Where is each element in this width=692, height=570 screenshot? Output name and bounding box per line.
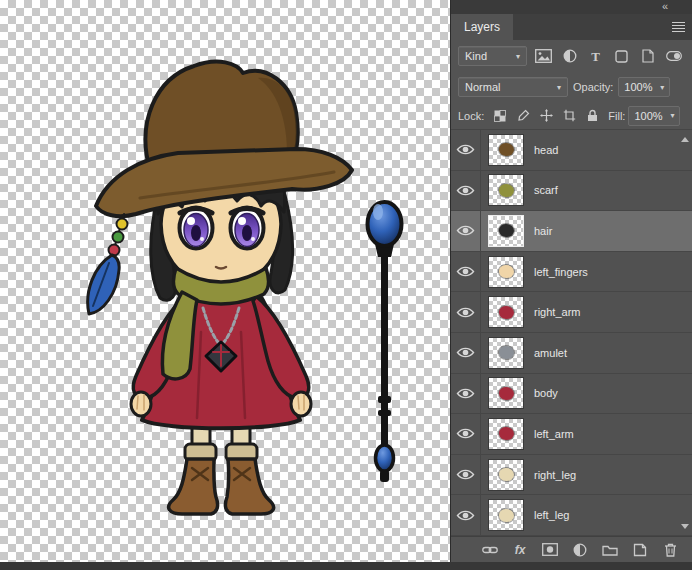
layer-thumbnail-art <box>499 427 514 440</box>
layer-visibility-toggle[interactable] <box>451 252 481 292</box>
layer-visibility-toggle[interactable] <box>451 495 481 535</box>
layer-thumbnail[interactable] <box>488 418 524 450</box>
type-layer-filter-icon[interactable]: T <box>584 46 607 66</box>
layer-visibility-toggle[interactable] <box>451 130 481 170</box>
layer-row-head[interactable]: head <box>451 130 692 171</box>
layer-name: amulet <box>534 347 567 359</box>
layer-thumbnail-art <box>499 184 514 197</box>
kind-filter-dropdown[interactable]: Kind ▾ <box>458 46 527 66</box>
layer-name: left_leg <box>534 509 569 521</box>
layer-row-body[interactable]: amulet <box>481 333 692 373</box>
layer-thumbnail-art <box>499 143 514 156</box>
layer-row-right_arm[interactable]: right_arm <box>451 292 692 333</box>
layer-row-hair[interactable]: hair <box>451 211 692 252</box>
eye-icon <box>456 184 475 197</box>
new-layer-icon[interactable] <box>631 542 649 558</box>
chevron-down-icon: ▾ <box>516 52 520 61</box>
layer-thumbnail[interactable] <box>488 337 524 369</box>
layer-visibility-toggle[interactable] <box>451 455 481 495</box>
layer-visibility-toggle[interactable] <box>451 333 481 373</box>
lock-transparency-icon[interactable] <box>491 107 509 125</box>
layer-thumbnail[interactable] <box>488 377 524 409</box>
eye-icon <box>456 224 475 237</box>
status-bar <box>0 562 692 570</box>
layer-row-scarf[interactable]: scarf <box>451 171 692 212</box>
new-adjustment-layer-icon[interactable] <box>571 542 589 558</box>
layers-list[interactable]: head scarf hair left_fi <box>451 130 692 536</box>
link-layers-icon[interactable] <box>481 542 499 558</box>
smart-object-filter-icon[interactable] <box>636 46 659 66</box>
collapse-panels-icon[interactable]: « <box>662 0 668 13</box>
opacity-value: 100% <box>624 81 652 93</box>
lock-position-icon[interactable] <box>537 107 555 125</box>
lock-all-icon[interactable] <box>583 107 601 125</box>
layer-style-fx-icon[interactable]: fx <box>511 542 529 558</box>
layer-row-left_arm[interactable]: left_arm <box>451 414 692 455</box>
eye-icon <box>456 346 475 359</box>
tab-layers[interactable]: Layers <box>451 14 513 40</box>
layer-filtering-toggle-icon[interactable] <box>662 46 685 66</box>
fill-value: 100% <box>634 110 662 122</box>
layer-row-body[interactable]: right_leg <box>481 455 692 495</box>
layer-thumbnail-art <box>499 224 514 237</box>
blend-mode-dropdown[interactable]: Normal ▾ <box>458 77 568 97</box>
layer-row-body[interactable]: left_leg <box>481 495 692 535</box>
layer-row-body[interactable]: hair <box>481 211 692 251</box>
layer-row-right_leg[interactable]: right_leg <box>451 455 692 496</box>
layer-thumbnail[interactable] <box>488 296 524 328</box>
photoshop-window: « Layers Kind ▾ T <box>0 0 692 570</box>
layers-scrollbar[interactable] <box>680 132 691 534</box>
layer-row-body[interactable]: left_fingers <box>481 252 692 292</box>
layer-thumbnail[interactable] <box>488 459 524 491</box>
panel-topbar: « <box>451 0 692 14</box>
layer-thumbnail-art <box>499 509 514 522</box>
layer-row-body[interactable]: right_arm <box>481 292 692 332</box>
layers-panel-footer: fx <box>451 536 692 562</box>
layer-row-body[interactable]: left_arm <box>481 414 692 454</box>
opacity-field[interactable]: 100% ▾ <box>618 77 670 97</box>
add-layer-mask-icon[interactable] <box>541 542 559 558</box>
layer-row-body[interactable]: body <box>451 374 692 415</box>
fill-field[interactable]: 100% ▾ <box>628 106 680 126</box>
layer-thumbnail[interactable] <box>488 215 524 247</box>
layer-thumbnail[interactable] <box>488 134 524 166</box>
layer-thumbnail[interactable] <box>488 174 524 206</box>
fx-label: fx <box>515 542 526 558</box>
eye-icon <box>456 306 475 319</box>
layer-name: hair <box>534 225 552 237</box>
layer-row-left_fingers[interactable]: left_fingers <box>451 252 692 293</box>
new-group-folder-icon[interactable] <box>601 542 619 558</box>
layer-visibility-toggle[interactable] <box>451 292 481 332</box>
layer-visibility-toggle[interactable] <box>451 374 481 414</box>
layer-visibility-toggle[interactable] <box>451 171 481 211</box>
layer-thumbnail-art <box>499 468 514 481</box>
adjustment-layer-filter-icon[interactable] <box>558 46 581 66</box>
layer-thumbnail[interactable] <box>488 256 524 288</box>
eye-icon <box>456 143 475 156</box>
shape-layer-filter-icon[interactable] <box>610 46 633 66</box>
layer-row-body[interactable]: scarf <box>481 171 692 211</box>
canvas-artwork <box>0 0 450 562</box>
layer-row-body[interactable]: head <box>481 130 692 170</box>
layer-thumbnail[interactable] <box>488 499 524 531</box>
eye-icon <box>456 468 475 481</box>
layer-row-body[interactable]: body <box>481 374 692 414</box>
scroll-up-icon[interactable] <box>681 137 689 142</box>
panel-menu-icon[interactable] <box>672 22 685 32</box>
layer-name: head <box>534 144 558 156</box>
layer-row-left_leg[interactable]: left_leg <box>451 495 692 536</box>
eye-icon <box>456 387 475 400</box>
layer-visibility-toggle[interactable] <box>451 211 481 251</box>
delete-layer-trash-icon[interactable] <box>661 542 679 558</box>
pixel-layer-filter-icon[interactable] <box>532 46 555 66</box>
scroll-down-icon[interactable] <box>681 524 689 529</box>
lock-artboard-nesting-icon[interactable] <box>560 107 578 125</box>
layer-thumbnail-art <box>499 387 514 400</box>
blend-options-bar: Normal ▾ Opacity: 100% ▾ <box>451 72 692 102</box>
layer-visibility-toggle[interactable] <box>451 414 481 454</box>
lock-icons <box>491 107 601 125</box>
layer-row-amulet[interactable]: amulet <box>451 333 692 374</box>
document-canvas[interactable] <box>0 0 450 562</box>
chevron-down-icon: ▾ <box>660 83 664 92</box>
lock-pixels-icon[interactable] <box>514 107 532 125</box>
